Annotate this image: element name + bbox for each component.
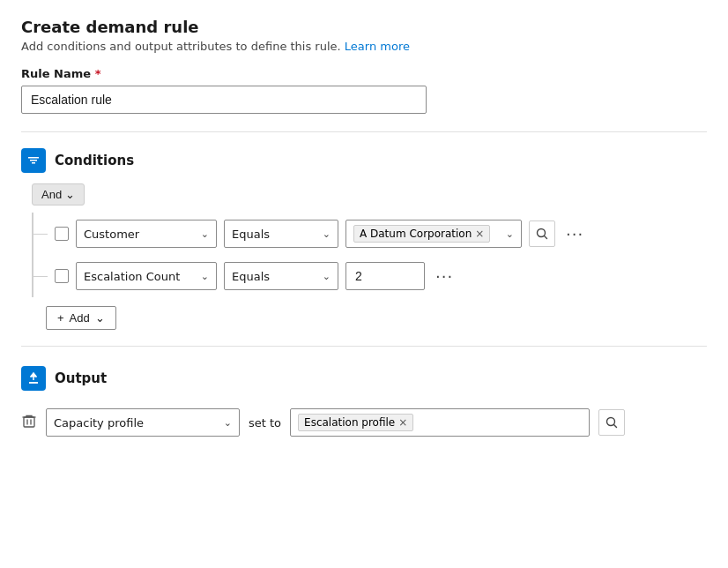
learn-more-link[interactable]: Learn more: [345, 40, 410, 53]
condition-checkbox-1[interactable]: [55, 227, 69, 241]
chevron-down-icon: ⌄: [323, 271, 331, 282]
output-icon: [21, 366, 46, 391]
chevron-down-icon: ⌄: [201, 228, 209, 240]
divider-2: [21, 346, 707, 347]
more-options-button-1[interactable]: ···: [562, 225, 587, 243]
field-dropdown-2[interactable]: Escalation Count ⌄: [76, 262, 217, 290]
plus-icon: +: [57, 311, 64, 325]
condition-rows: Customer ⌄ Equals ⌄ A Datum Corporation …: [32, 213, 707, 297]
delete-button[interactable]: [21, 413, 37, 432]
condition-checkbox-2[interactable]: [55, 269, 69, 283]
output-field-dropdown-text: Capacity profile: [54, 416, 144, 430]
required-indicator: *: [95, 67, 101, 80]
add-chevron-icon: ⌄: [95, 311, 105, 325]
set-to-label: set to: [249, 416, 281, 430]
operator-dropdown-1[interactable]: Equals ⌄: [224, 220, 338, 248]
page-title: Create demand rule: [21, 18, 707, 36]
value-dropdown-1[interactable]: A Datum Corporation × ⌄: [345, 220, 522, 248]
chevron-down-icon: ⌄: [201, 271, 209, 282]
chevron-down-icon: ⌄: [323, 228, 331, 240]
add-condition-button[interactable]: + Add ⌄: [46, 306, 116, 330]
output-value-tag: Escalation profile ×: [298, 414, 413, 431]
value-tag-1: A Datum Corporation ×: [353, 225, 490, 243]
operator-dropdown-1-text: Equals: [232, 228, 270, 241]
and-button[interactable]: And ⌄: [32, 183, 85, 206]
chevron-down-icon: ⌄: [506, 228, 514, 240]
table-row: Escalation Count ⌄ Equals ⌄ ···: [33, 255, 707, 297]
operator-dropdown-2-text: Equals: [232, 270, 270, 283]
output-row: Capacity profile ⌄ set to Escalation pro…: [21, 408, 707, 437]
operator-dropdown-2[interactable]: Equals ⌄: [224, 262, 338, 290]
subtitle-text: Add conditions and output attributes to …: [21, 40, 341, 53]
search-button-1[interactable]: [529, 220, 555, 247]
output-header: Output: [21, 354, 707, 401]
svg-line-9: [614, 425, 617, 428]
output-field-dropdown[interactable]: Capacity profile ⌄: [46, 408, 240, 437]
svg-rect-4: [24, 417, 34, 427]
output-section: Output Capacity profile ⌄ set to: [21, 354, 707, 437]
field-dropdown-2-text: Escalation Count: [84, 270, 180, 283]
conditions-title: Conditions: [55, 153, 134, 168]
close-icon[interactable]: ×: [475, 228, 484, 240]
more-options-button-2[interactable]: ···: [432, 267, 457, 286]
table-row: Customer ⌄ Equals ⌄ A Datum Corporation …: [33, 213, 707, 255]
output-search-button[interactable]: [598, 409, 625, 436]
conditions-icon: [21, 148, 46, 173]
svg-line-1: [545, 236, 547, 239]
page-header: Create demand rule Add conditions and ou…: [21, 18, 707, 53]
value-text-input-2[interactable]: [345, 262, 425, 290]
output-value-input[interactable]: Escalation profile ×: [290, 408, 590, 437]
conditions-header: Conditions: [21, 136, 707, 183]
rule-name-label: Rule Name *: [21, 67, 707, 80]
rule-name-section: Rule Name *: [21, 67, 707, 114]
divider-1: [21, 131, 707, 132]
close-icon[interactable]: ×: [398, 416, 407, 429]
rule-name-input[interactable]: [21, 86, 427, 114]
chevron-down-icon: ⌄: [224, 417, 232, 429]
field-dropdown-1-text: Customer: [84, 228, 139, 241]
output-title: Output: [55, 370, 107, 386]
field-dropdown-1[interactable]: Customer ⌄: [76, 220, 217, 248]
page-subtitle: Add conditions and output attributes to …: [21, 40, 707, 53]
and-chevron-icon: ⌄: [65, 188, 75, 201]
conditions-section: Conditions And ⌄ Customer ⌄ Equals: [21, 136, 707, 330]
main-content: Create demand rule Add conditions and ou…: [0, 0, 728, 568]
page-container: Create demand rule Add conditions and ou…: [0, 0, 728, 568]
